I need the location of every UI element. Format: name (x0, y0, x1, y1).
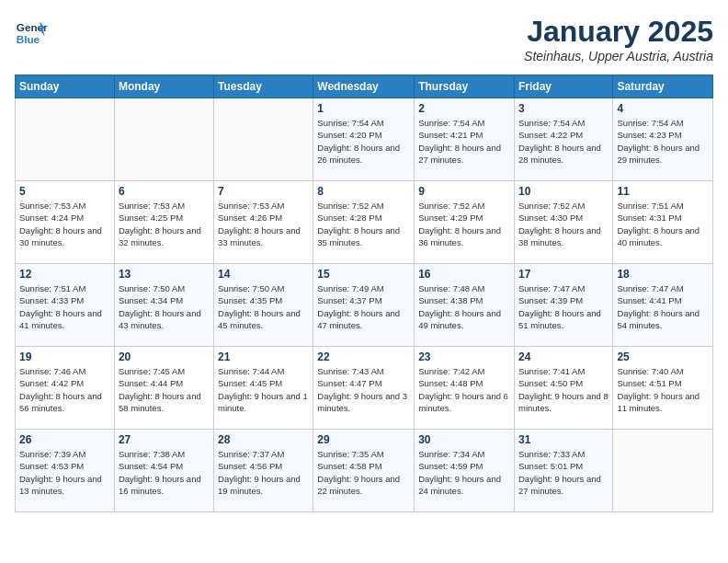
calendar-cell: 24Sunrise: 7:41 AM Sunset: 4:50 PM Dayli… (514, 347, 612, 430)
logo: General Blue (15, 15, 48, 48)
day-number: 20 (119, 350, 210, 363)
day-number: 1 (317, 102, 410, 115)
day-info: Sunrise: 7:41 AM Sunset: 4:50 PM Dayligh… (518, 365, 609, 414)
calendar-cell: 20Sunrise: 7:45 AM Sunset: 4:44 PM Dayli… (114, 347, 213, 430)
calendar-cell (214, 98, 313, 181)
weekday-header-wednesday: Wednesday (313, 75, 415, 98)
day-number: 10 (518, 185, 609, 198)
day-number: 9 (418, 185, 510, 198)
calendar-week-3: 12Sunrise: 7:51 AM Sunset: 4:33 PM Dayli… (16, 264, 713, 347)
calendar-cell: 18Sunrise: 7:47 AM Sunset: 4:41 PM Dayli… (613, 264, 713, 347)
day-info: Sunrise: 7:54 AM Sunset: 4:20 PM Dayligh… (317, 117, 410, 166)
day-info: Sunrise: 7:46 AM Sunset: 4:42 PM Dayligh… (19, 365, 110, 414)
day-info: Sunrise: 7:52 AM Sunset: 4:28 PM Dayligh… (317, 200, 410, 248)
day-number: 8 (317, 185, 410, 198)
calendar-body: 1Sunrise: 7:54 AM Sunset: 4:20 PM Daylig… (16, 98, 713, 512)
day-info: Sunrise: 7:49 AM Sunset: 4:37 PM Dayligh… (317, 282, 410, 331)
calendar-cell: 12Sunrise: 7:51 AM Sunset: 4:33 PM Dayli… (16, 264, 115, 347)
calendar-cell: 30Sunrise: 7:34 AM Sunset: 4:59 PM Dayli… (415, 430, 515, 512)
weekday-header-thursday: Thursday (415, 75, 515, 98)
day-info: Sunrise: 7:53 AM Sunset: 4:25 PM Dayligh… (119, 200, 210, 248)
day-info: Sunrise: 7:37 AM Sunset: 4:56 PM Dayligh… (218, 448, 309, 497)
weekday-header-saturday: Saturday (613, 75, 713, 98)
calendar-week-1: 1Sunrise: 7:54 AM Sunset: 4:20 PM Daylig… (16, 98, 713, 181)
calendar-cell: 11Sunrise: 7:51 AM Sunset: 4:31 PM Dayli… (613, 181, 713, 264)
calendar-cell (16, 98, 115, 181)
calendar-cell: 10Sunrise: 7:52 AM Sunset: 4:30 PM Dayli… (514, 181, 612, 264)
calendar-cell (114, 98, 213, 181)
day-info: Sunrise: 7:44 AM Sunset: 4:45 PM Dayligh… (218, 365, 309, 414)
day-number: 30 (418, 433, 510, 446)
calendar-cell: 2Sunrise: 7:54 AM Sunset: 4:21 PM Daylig… (415, 98, 515, 181)
day-number: 7 (218, 185, 309, 198)
page-header: General Blue January 2025 Steinhaus, Upp… (15, 15, 713, 63)
day-info: Sunrise: 7:53 AM Sunset: 4:26 PM Dayligh… (218, 200, 309, 248)
day-number: 12 (19, 268, 110, 281)
calendar-table: SundayMondayTuesdayWednesdayThursdayFrid… (15, 75, 713, 512)
day-info: Sunrise: 7:51 AM Sunset: 4:33 PM Dayligh… (19, 282, 110, 331)
day-info: Sunrise: 7:43 AM Sunset: 4:47 PM Dayligh… (317, 365, 410, 414)
day-number: 16 (418, 268, 510, 281)
day-number: 18 (617, 268, 709, 281)
day-info: Sunrise: 7:39 AM Sunset: 4:53 PM Dayligh… (19, 448, 110, 497)
calendar-cell: 4Sunrise: 7:54 AM Sunset: 4:23 PM Daylig… (613, 98, 713, 181)
svg-text:Blue: Blue (17, 33, 40, 45)
calendar-cell: 5Sunrise: 7:53 AM Sunset: 4:24 PM Daylig… (16, 181, 115, 264)
day-info: Sunrise: 7:40 AM Sunset: 4:51 PM Dayligh… (617, 365, 709, 414)
weekday-header-monday: Monday (114, 75, 213, 98)
day-number: 13 (119, 268, 210, 281)
calendar-cell: 13Sunrise: 7:50 AM Sunset: 4:34 PM Dayli… (114, 264, 213, 347)
day-info: Sunrise: 7:51 AM Sunset: 4:31 PM Dayligh… (617, 200, 709, 248)
calendar-cell: 15Sunrise: 7:49 AM Sunset: 4:37 PM Dayli… (313, 264, 415, 347)
calendar-week-5: 26Sunrise: 7:39 AM Sunset: 4:53 PM Dayli… (16, 430, 713, 512)
calendar-header: SundayMondayTuesdayWednesdayThursdayFrid… (16, 75, 713, 98)
calendar-cell: 28Sunrise: 7:37 AM Sunset: 4:56 PM Dayli… (214, 430, 313, 512)
day-info: Sunrise: 7:54 AM Sunset: 4:22 PM Dayligh… (518, 117, 609, 166)
day-info: Sunrise: 7:35 AM Sunset: 4:58 PM Dayligh… (317, 448, 410, 497)
day-number: 27 (119, 433, 210, 446)
calendar-cell: 8Sunrise: 7:52 AM Sunset: 4:28 PM Daylig… (313, 181, 415, 264)
calendar-week-4: 19Sunrise: 7:46 AM Sunset: 4:42 PM Dayli… (16, 347, 713, 430)
day-number: 6 (119, 185, 210, 198)
calendar-cell: 17Sunrise: 7:47 AM Sunset: 4:39 PM Dayli… (514, 264, 612, 347)
day-info: Sunrise: 7:45 AM Sunset: 4:44 PM Dayligh… (119, 365, 210, 414)
calendar-cell: 23Sunrise: 7:42 AM Sunset: 4:48 PM Dayli… (415, 347, 515, 430)
day-number: 19 (19, 350, 110, 363)
calendar-cell: 6Sunrise: 7:53 AM Sunset: 4:25 PM Daylig… (114, 181, 213, 264)
calendar-cell: 3Sunrise: 7:54 AM Sunset: 4:22 PM Daylig… (514, 98, 612, 181)
day-number: 3 (518, 102, 609, 115)
calendar-cell: 16Sunrise: 7:48 AM Sunset: 4:38 PM Dayli… (415, 264, 515, 347)
day-info: Sunrise: 7:50 AM Sunset: 4:35 PM Dayligh… (218, 282, 309, 331)
calendar-cell: 19Sunrise: 7:46 AM Sunset: 4:42 PM Dayli… (16, 347, 115, 430)
day-info: Sunrise: 7:33 AM Sunset: 5:01 PM Dayligh… (518, 448, 609, 497)
day-number: 4 (617, 102, 709, 115)
day-number: 24 (518, 350, 609, 363)
day-info: Sunrise: 7:42 AM Sunset: 4:48 PM Dayligh… (418, 365, 510, 414)
day-number: 31 (518, 433, 609, 446)
calendar-cell: 29Sunrise: 7:35 AM Sunset: 4:58 PM Dayli… (313, 430, 415, 512)
calendar-cell: 22Sunrise: 7:43 AM Sunset: 4:47 PM Dayli… (313, 347, 415, 430)
day-number: 14 (218, 268, 309, 281)
calendar-cell: 25Sunrise: 7:40 AM Sunset: 4:51 PM Dayli… (613, 347, 713, 430)
calendar-cell: 21Sunrise: 7:44 AM Sunset: 4:45 PM Dayli… (214, 347, 313, 430)
title-block: January 2025 Steinhaus, Upper Austria, A… (524, 15, 713, 63)
day-number: 26 (19, 433, 110, 446)
day-number: 21 (218, 350, 309, 363)
calendar-cell: 27Sunrise: 7:38 AM Sunset: 4:54 PM Dayli… (114, 430, 213, 512)
logo-icon: General Blue (15, 15, 48, 48)
month-title: January 2025 (524, 15, 713, 49)
day-number: 29 (317, 433, 410, 446)
day-info: Sunrise: 7:50 AM Sunset: 4:34 PM Dayligh… (119, 282, 210, 331)
day-number: 23 (418, 350, 510, 363)
calendar-cell: 31Sunrise: 7:33 AM Sunset: 5:01 PM Dayli… (514, 430, 612, 512)
day-number: 5 (19, 185, 110, 198)
day-info: Sunrise: 7:47 AM Sunset: 4:41 PM Dayligh… (617, 282, 709, 331)
day-info: Sunrise: 7:52 AM Sunset: 4:30 PM Dayligh… (518, 200, 609, 248)
day-number: 22 (317, 350, 410, 363)
day-info: Sunrise: 7:54 AM Sunset: 4:23 PM Dayligh… (617, 117, 709, 166)
location-subtitle: Steinhaus, Upper Austria, Austria (524, 49, 713, 63)
calendar-cell: 26Sunrise: 7:39 AM Sunset: 4:53 PM Dayli… (16, 430, 115, 512)
weekday-header-tuesday: Tuesday (214, 75, 313, 98)
day-info: Sunrise: 7:48 AM Sunset: 4:38 PM Dayligh… (418, 282, 510, 331)
day-number: 2 (418, 102, 510, 115)
